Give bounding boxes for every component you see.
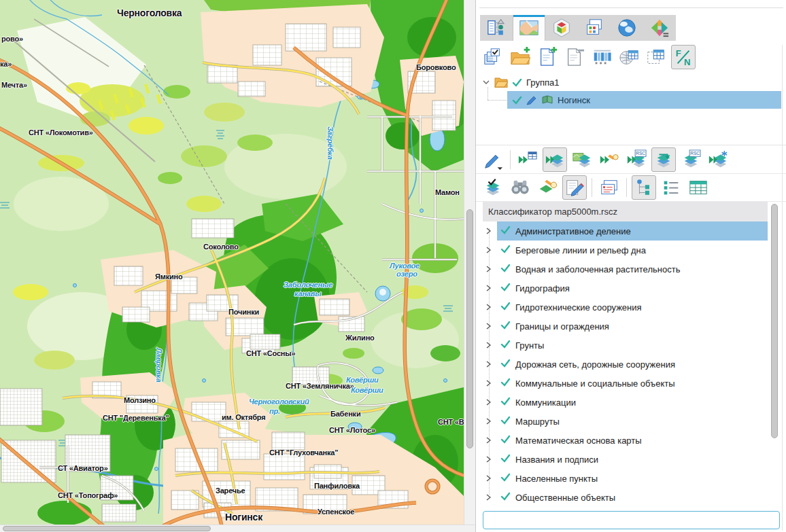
classifier-item-body[interactable]: Коммунальные и социальные объекты	[497, 374, 768, 393]
chevron-right-icon[interactable]	[484, 304, 497, 311]
composition-visibility-button[interactable]	[481, 45, 505, 69]
map-hscroll-thumb[interactable]	[3, 526, 211, 531]
classifier-item[interactable]: Коммунальные и социальные объекты	[484, 374, 768, 393]
visibility-check-icon[interactable]	[500, 415, 511, 427]
visibility-check-icon[interactable]	[500, 396, 511, 408]
composition-list-button[interactable]	[515, 147, 540, 172]
classifier-item-body[interactable]: Коммуникации	[497, 393, 768, 412]
list-view-button[interactable]	[659, 175, 683, 200]
classifier-scroll-thumb[interactable]	[771, 204, 778, 438]
classifier-filter-input[interactable]	[483, 511, 780, 529]
add-map-button[interactable]	[535, 45, 560, 69]
pencil-menu-button[interactable]	[481, 147, 505, 172]
visibility-check-icon[interactable]	[500, 377, 511, 389]
classifier-item-body[interactable]: Общественные объекты	[497, 488, 768, 507]
composition-layers-button[interactable]	[543, 147, 567, 172]
visibility-check-icon[interactable]	[500, 263, 511, 275]
chevron-right-icon[interactable]	[484, 437, 497, 444]
tab-navigator[interactable]	[643, 15, 676, 41]
visibility-check-icon[interactable]	[500, 282, 511, 294]
visibility-check-icon[interactable]	[512, 96, 522, 105]
chevron-right-icon[interactable]	[484, 266, 497, 272]
map-vscroll-thumb[interactable]	[466, 209, 473, 448]
visibility-check-icon[interactable]	[500, 491, 511, 503]
tree-view-button[interactable]	[632, 175, 656, 200]
classifier-item[interactable]: Коммуникации	[484, 393, 768, 412]
classifier-item[interactable]: Грунты	[484, 336, 768, 355]
classifier-item[interactable]: Границы и ограждения	[484, 317, 768, 336]
classifier-item[interactable]: Общественные объекты	[484, 488, 768, 507]
classifier-item-body[interactable]: Названия и подписи	[497, 450, 768, 469]
visibility-check-icon[interactable]	[500, 225, 511, 237]
classifier-item-body[interactable]: Границы и ограждения	[497, 317, 768, 336]
classifier-item[interactable]: Дорожная сеть, дорожные сооружения	[484, 355, 768, 374]
classifier-item[interactable]: Водная и заболоченная растительность	[484, 260, 768, 279]
map-frame-button[interactable]	[644, 45, 668, 69]
chevron-right-icon[interactable]	[484, 380, 497, 387]
object-card-button[interactable]	[597, 175, 621, 200]
classifier-item-body[interactable]: Математическая основа карты	[497, 431, 768, 450]
layers-check-button[interactable]	[481, 175, 505, 200]
chevron-right-icon[interactable]	[484, 418, 497, 425]
classifier-item[interactable]: Гидрография	[484, 279, 768, 298]
classifier-item[interactable]: Математическая основа карты	[484, 431, 768, 450]
table-view-button[interactable]	[686, 175, 711, 200]
classifier-item-body[interactable]: Водная и заболоченная растительность	[497, 260, 768, 279]
classifier-item[interactable]: Береговые линии и рельеф дна	[484, 241, 768, 260]
edit-object-button[interactable]	[562, 175, 587, 200]
chevron-right-icon[interactable]	[484, 494, 497, 501]
classifier-item-body[interactable]: Населенные пункты	[497, 469, 768, 488]
close-map-button[interactable]	[562, 45, 587, 69]
map-horizontal-scrollbar[interactable]	[0, 525, 475, 532]
layer-search-button[interactable]	[535, 175, 560, 200]
classifier-item-body[interactable]: Административное деление	[497, 221, 768, 241]
visibility-check-icon[interactable]	[500, 301, 511, 313]
visibility-check-icon[interactable]	[500, 339, 511, 351]
tab-3d[interactable]	[545, 15, 578, 41]
tab-globe[interactable]	[611, 15, 643, 41]
classifier-item-body[interactable]: Дорожная сеть, дорожные сооружения	[497, 355, 768, 374]
layer-group-row[interactable]: Группа1	[482, 73, 559, 91]
chevron-right-icon[interactable]	[484, 342, 497, 349]
visibility-check-icon[interactable]	[500, 358, 511, 370]
internet-table-button[interactable]	[617, 45, 641, 69]
tab-structure[interactable]	[480, 15, 513, 41]
classifier-item-body[interactable]: Гидрография	[497, 279, 768, 298]
classifier-item[interactable]: Маршруты	[484, 412, 768, 431]
rsc-layers-button[interactable]: RSC	[679, 147, 703, 172]
classifier-item[interactable]: Населенные пункты	[484, 469, 768, 488]
chevron-down-icon[interactable]	[482, 78, 490, 86]
add-group-button[interactable]	[508, 45, 532, 69]
composition-rsc-button[interactable]: RSC	[624, 147, 649, 172]
chevron-right-icon[interactable]	[484, 323, 497, 330]
chevron-right-icon[interactable]	[484, 361, 497, 368]
layer-map-row[interactable]: Ногинск	[507, 91, 781, 109]
map-passport-button[interactable]	[590, 45, 614, 69]
classifier-item[interactable]: Гидротехнические сооружения	[484, 298, 768, 317]
chevron-right-icon[interactable]	[484, 228, 497, 234]
composition-maps-button[interactable]	[570, 147, 594, 172]
classifier-item-body[interactable]: Грунты	[497, 336, 768, 355]
chevron-right-icon[interactable]	[484, 285, 497, 291]
classifier-item[interactable]: Административное деление	[484, 221, 768, 241]
classifier-item-body[interactable]: Береговые линии и рельеф дна	[497, 241, 768, 260]
fn-mode-button[interactable]: FN	[671, 45, 696, 69]
map-vertical-scrollbar[interactable]	[464, 0, 475, 525]
classifier-item[interactable]: Названия и подписи	[484, 450, 768, 469]
tab-map[interactable]	[513, 15, 545, 41]
classifier-item-body[interactable]: Гидротехнические сооружения	[497, 298, 768, 317]
visibility-check-icon[interactable]	[500, 472, 511, 484]
chevron-right-icon[interactable]	[484, 475, 497, 482]
visibility-check-icon[interactable]	[500, 434, 511, 446]
chevron-right-icon[interactable]	[484, 456, 497, 463]
layer-reload-button[interactable]	[651, 147, 676, 172]
map-view[interactable]: Черноголовкарово»ка»Мечта»СНТ «Локомотив…	[0, 0, 464, 525]
tab-legend[interactable]	[578, 15, 611, 41]
layer-new-button[interactable]	[706, 147, 730, 172]
panel-splitter[interactable]	[479, 7, 783, 8]
visibility-check-icon[interactable]	[500, 453, 511, 465]
chevron-right-icon[interactable]	[484, 247, 497, 253]
visibility-check-icon[interactable]	[500, 244, 511, 256]
classifier-scrollbar[interactable]	[770, 203, 779, 508]
chevron-right-icon[interactable]	[484, 399, 497, 406]
